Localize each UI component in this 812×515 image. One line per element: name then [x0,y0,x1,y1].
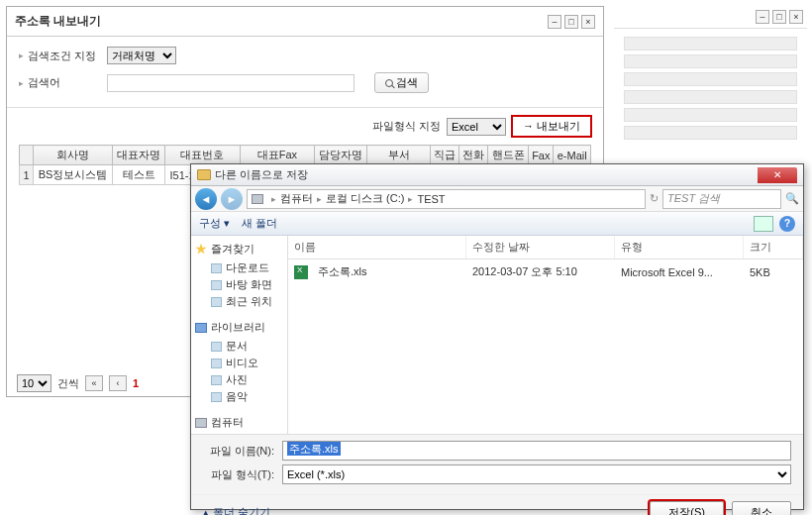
table-header-row: 회사명 대표자명 대표번호 대표Fax 담당자명 부서 직급 전화 핸드폰 Fa… [20,146,591,165]
col-dept[interactable]: 부서 [366,146,430,165]
cell-company[interactable]: BS정보시스템 [34,165,113,185]
star-icon [195,244,207,256]
col-contact[interactable]: 담당자명 [315,146,367,165]
close-button[interactable]: × [581,15,595,29]
row-selector-header[interactable] [20,146,34,165]
secondary-bars [614,29,807,148]
search-condition-row: ▸ 검색조건 지정 거래처명 [19,47,591,64]
col-header-date[interactable]: 수정한 날짜 [466,236,615,258]
tree-item-documents[interactable]: 문서 [195,338,283,355]
search-button[interactable]: 검색 [374,72,429,93]
file-type: Microsoft Excel 9... [615,264,744,280]
recent-icon [211,297,222,307]
tree-item-videos[interactable]: 비디오 [195,355,283,371]
search-condition-select[interactable]: 거래처명 [107,47,176,64]
tree-libraries: 라이브러리 문서 비디오 사진 음악 [195,320,283,405]
export-button[interactable]: → 내보내기 [512,116,591,137]
col-tel[interactable]: 대표번호 [164,146,240,165]
filename-row: 파일 이름(N): 주소록.xls [203,441,791,461]
search-button-label: 검색 [396,76,418,88]
col-fax[interactable]: 대표Fax [240,146,315,165]
search-area: ▸ 검색조건 지정 거래처명 ▸ 검색어 검색 [7,37,603,108]
placeholder-bar [624,72,797,86]
filename-label: 파일 이름(N): [203,444,282,459]
placeholder-bar [624,108,797,122]
pager-current: 1 [133,377,139,389]
col-email[interactable]: e-Mail [554,146,591,165]
close-button[interactable]: ✕ [758,167,797,183]
col-rank[interactable]: 직급 [431,146,459,165]
file-date: 2012-03-07 오후 5:10 [466,262,615,281]
computer-icon [252,194,263,204]
folder-search-input[interactable]: TEST 검색 [662,189,781,209]
tree-item-music[interactable]: 음악 [195,388,283,405]
chevron-right-icon: ▸ [408,194,413,204]
tree-header-libraries[interactable]: 라이브러리 [195,320,283,335]
close-button[interactable]: × [789,10,803,24]
view-options-icon[interactable] [754,216,773,232]
file-list: 이름 수정한 날짜 유형 크기 주소록.xls 2012-03-07 오후 5:… [288,236,803,434]
save-as-dialog: 다른 이름으로 저장 ✕ ◄ ► ▸ 컴퓨터 ▸ 로컬 디스크 (C:) ▸ T… [190,163,804,510]
col-phone[interactable]: 전화 [459,146,488,165]
export-title-text: 주소록 내보내기 [15,13,101,30]
library-icon [195,323,207,333]
placeholder-bar [624,126,797,140]
col-header-name[interactable]: 이름 [288,236,466,258]
save-bottom: 파일 이름(N): 주소록.xls 파일 형식(T): Excel (*.xls… [191,434,803,494]
pictures-icon [211,375,222,385]
col-rep[interactable]: 대표자명 [113,146,165,165]
breadcrumb-item[interactable]: 로컬 디스크 (C:) [326,191,404,206]
col-fax2[interactable]: Fax [529,146,554,165]
window-controls: – □ × [548,15,595,29]
nav-back-button[interactable]: ◄ [195,188,217,210]
cell-rep[interactable]: 테스트 [113,165,165,185]
toolbar: 구성 ▾ 새 폴더 ? [191,212,803,236]
file-size: 5KB [744,264,803,280]
page-size-select[interactable]: 10 [17,374,51,392]
tree-item-pictures[interactable]: 사진 [195,371,283,388]
tree-item-desktop[interactable]: 바탕 화면 [195,276,283,293]
search-term-label: 검색어 [28,75,107,90]
maximize-button[interactable]: □ [772,10,786,24]
file-row[interactable]: 주소록.xls 2012-03-07 오후 5:10 Microsoft Exc… [288,259,803,284]
file-format-select[interactable]: Excel [447,118,506,136]
tree-item-recent[interactable]: 최근 위치 [195,293,283,310]
search-icon[interactable]: 🔍 [785,192,799,205]
breadcrumb[interactable]: ▸ 컴퓨터 ▸ 로컬 디스크 (C:) ▸ TEST [247,189,646,209]
hide-folders-label: 폴더 숨기기 [213,505,270,515]
maximize-button[interactable]: □ [564,15,578,29]
save-button[interactable]: 저장(S) [650,501,724,515]
placeholder-bar [624,37,797,51]
tree-computer: 컴퓨터 로컬 디스크 (C:) 로컬 디스크 (D:) [195,415,283,434]
hide-folders-toggle[interactable]: ▴ 폴더 숨기기 [203,505,270,515]
breadcrumb-item[interactable]: 컴퓨터 [280,191,313,206]
placeholder-bar [624,90,797,104]
tree-favorites: 즐겨찾기 다운로드 바탕 화면 최근 위치 [195,242,283,310]
nav-forward-button[interactable]: ► [221,188,243,210]
filetype-select[interactable]: Excel (*.xls) [282,464,791,484]
pager-first[interactable]: « [85,375,103,391]
breadcrumb-item[interactable]: TEST [417,193,445,205]
search-condition-label: 검색조건 지정 [28,49,107,63]
search-term-input[interactable] [107,74,355,92]
refresh-icon[interactable]: ↻ [650,192,659,205]
col-header-size[interactable]: 크기 [744,236,803,258]
cancel-button[interactable]: 취소 [732,501,791,515]
videos-icon [211,359,222,368]
folder-icon [211,263,222,273]
help-icon[interactable]: ? [779,216,795,232]
tree-header-computer[interactable]: 컴퓨터 [195,415,283,430]
tree-item-downloads[interactable]: 다운로드 [195,259,283,276]
tree-header-favorites[interactable]: 즐겨찾기 [195,242,283,257]
filename-input[interactable]: 주소록.xls [282,441,791,461]
col-company[interactable]: 회사명 [34,146,113,165]
new-folder-button[interactable]: 새 폴더 [242,216,277,231]
col-mobile[interactable]: 핸드폰 [488,146,529,165]
file-format-label: 파일형식 지정 [372,119,441,134]
tree-item-drive-c[interactable]: 로컬 디스크 (C:) [195,433,283,434]
col-header-type[interactable]: 유형 [615,236,744,258]
organize-menu[interactable]: 구성 ▾ [199,216,230,231]
minimize-button[interactable]: – [548,15,561,29]
minimize-button[interactable]: – [756,10,769,24]
pager-prev[interactable]: ‹ [109,375,127,391]
